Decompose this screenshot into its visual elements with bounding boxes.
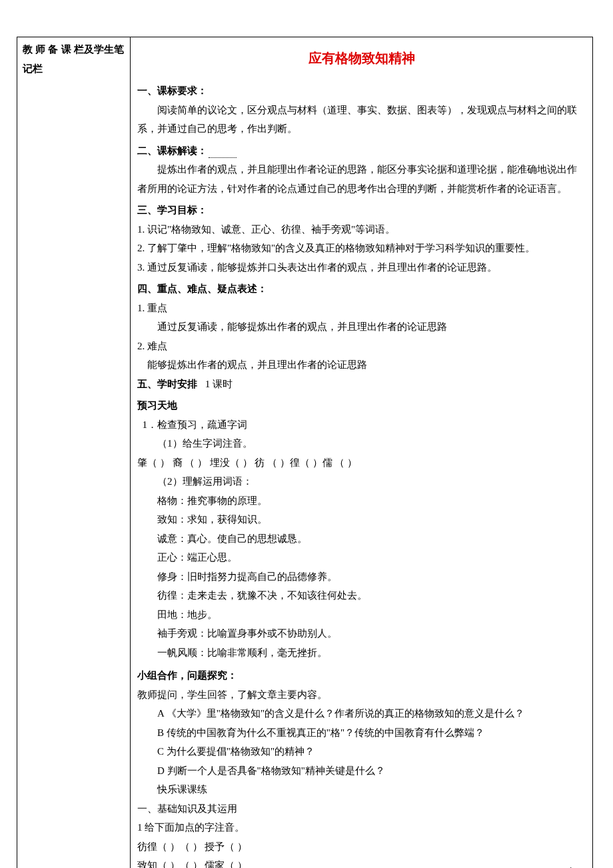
group-intro: 教师提问，学生回答，了解文章主要内容。 (137, 685, 586, 705)
section-2-head: 二、课标解读： (137, 141, 586, 161)
section-5-value: 1 课时 (205, 379, 233, 389)
vocab-2: 致知：求知，获得知识。 (137, 510, 586, 529)
sidebar-notes-column: 教 师 备 课 栏及学生笔记栏 (17, 37, 131, 868)
section-3-item-2: 2. 了解丁肇中，理解"格物致知"的含义及真正的格物致知精神对于学习科学知识的重… (137, 239, 586, 258)
vocab-1: 格物：推究事物的原理。 (137, 491, 586, 511)
group-question-b: B 传统的中国教育为什么不重视真正的"格"？传统的中国教育有什么弊端？ (137, 723, 586, 743)
section-3-head: 三、学习目标： (137, 201, 586, 220)
vocab-6: 彷徨：走来走去，犹豫不决，不知该往何处去。 (137, 586, 586, 605)
basics-line-2: 致知（ ）（ ） 儒家（ ） (137, 856, 586, 868)
basics-item-1: 1 给下面加点的字注音。 (137, 818, 586, 837)
basics-line-1: 彷徨（ ）（ ） 授予（ ） (137, 837, 586, 857)
section-4-body-2: 能够提炼出作者的观点，并且理出作者的论证思路 (137, 355, 586, 375)
preview-sub-2: （2）理解运用词语： (137, 472, 586, 491)
section-3-item-1: 1. 识记"格物致知、诚意、正心、彷徨、袖手旁观"等词语。 (137, 220, 586, 239)
vocab-5: 修身：旧时指努力提高自己的品德修养。 (137, 567, 586, 587)
main-content: 应有格物致知精神 一、课标要求： 阅读简单的议论文，区分观点与材料（道理、事实、… (131, 37, 593, 868)
vocab-9: 一帆风顺：比喻非常顺利，毫无挫折。 (137, 643, 586, 663)
section-4-label-2: 2. 难点 (137, 337, 586, 356)
preview-item-1: 1．检查预习，疏通字词 (137, 415, 586, 435)
page-title: 应有格物致知精神 (137, 45, 586, 71)
basics-head: 一、基础知识及其运用 (137, 799, 586, 819)
group-head: 小组合作，问题探究： (137, 666, 586, 685)
section-4-body-1: 通过反复诵读，能够提炼出作者的观点，并且理出作者的论证思路 (137, 317, 586, 337)
group-kuaile: 快乐课课练 (137, 780, 586, 799)
section-4-head: 四、重点、难点、疑点表述： (137, 279, 586, 299)
sidebar-label: 教 师 备 课 栏及学生笔记栏 (23, 40, 125, 78)
page-number: 1 (568, 863, 573, 868)
vocab-8: 袖手旁观：比喻置身事外或不协助别人。 (137, 624, 586, 643)
section-5-head: 五、学时安排 (137, 378, 197, 389)
section-3-item-3: 3. 通过反复诵读，能够提炼并口头表达出作者的观点，并且理出作者的论证思路。 (137, 258, 586, 277)
preview-pinyin-line: 肇（ ） 裔 （ ） 埋没（ ） 彷 （ ）徨（ ）儒 （ ） (137, 453, 586, 473)
section-4-label-1: 1. 重点 (137, 299, 586, 318)
preview-sub-1: （1）给生字词注音。 (137, 434, 586, 453)
preview-head: 预习天地 (137, 396, 586, 415)
section-1-head: 一、课标要求： (137, 81, 586, 101)
vocab-7: 田地：地步。 (137, 605, 586, 625)
section-5-row: 五、学时安排 1 课时 (137, 375, 586, 394)
vocab-4: 正心：端正心思。 (137, 548, 586, 567)
vocab-3: 诚意：真心。使自己的思想诚恳。 (137, 529, 586, 549)
group-question-c: C 为什么要提倡"格物致知"的精神？ (137, 742, 586, 761)
section-1-body: 阅读简单的议论文，区分观点与材料（道理、事实、数据、图表等），发现观点与材料之间… (137, 101, 586, 139)
group-question-d: D 判断一个人是否具备"格物致知"精神关键是什么？ (137, 761, 586, 781)
group-question-a: A 《大学》里"格物致知"的含义是什么？作者所说的真正的格物致知的意义是什么？ (137, 704, 586, 723)
section-2-body: 提炼出作者的观点，并且能理出作者论证的思路，能区分事实论据和道理论据，能准确地说… (137, 160, 586, 198)
